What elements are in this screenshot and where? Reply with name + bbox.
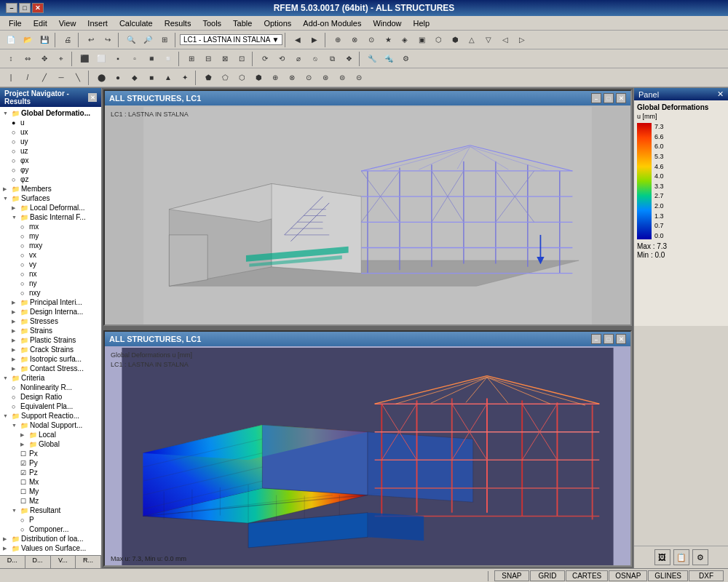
tree-item-31[interactable]: ○Equivalent Pla... [0, 402, 101, 411]
t68[interactable]: ⊛ [317, 71, 333, 85]
save-btn[interactable]: 💾 [36, 33, 52, 47]
panel-close-btn[interactable]: ✕ [717, 89, 724, 99]
t29[interactable]: ◾ [143, 52, 159, 66]
zoom-in-btn[interactable]: 🔍 [123, 33, 139, 47]
tb17[interactable]: △ [464, 33, 480, 47]
tree-item-21[interactable]: ▶📁Design Interna... [0, 307, 101, 316]
tree-item-16[interactable]: ○vy [0, 260, 101, 269]
tree-item-12[interactable]: ○mx [0, 222, 101, 231]
tb15[interactable]: ⬡ [430, 33, 446, 47]
tree-item-39[interactable]: ☐Mx [0, 477, 101, 487]
status-btn-snap[interactable]: SNAP [494, 570, 529, 581]
status-btn-dxf[interactable]: DXF [689, 570, 724, 581]
tb12[interactable]: ★ [380, 33, 396, 47]
t39[interactable]: ⧉ [324, 52, 340, 66]
tree-item-7[interactable]: ○φz [0, 175, 101, 184]
tb16[interactable]: ⬢ [447, 33, 463, 47]
tree-item-3[interactable]: ○uy [0, 137, 101, 146]
status-btn-glines[interactable]: GLINES [648, 570, 688, 581]
tree-item-10[interactable]: ▶📁Local Deformal... [0, 203, 101, 212]
t59[interactable]: ▲ [160, 71, 176, 85]
t38[interactable]: ⍉ [307, 52, 323, 66]
t23[interactable]: ✥ [36, 52, 52, 66]
t56[interactable]: ● [110, 71, 126, 85]
tree-item-34[interactable]: ▶📁Local [0, 430, 101, 439]
t61[interactable]: ⬟ [200, 71, 216, 85]
tree-item-0[interactable]: ▼📁Global Deformatio... [0, 108, 101, 118]
minimize-button[interactable]: – [6, 3, 17, 13]
nav-close-btn[interactable]: ✕ [88, 93, 97, 102]
t62[interactable]: ⬠ [217, 71, 233, 85]
lc-dropdown[interactable]: LC1 - LASTNA IN STALNA ▼ [180, 34, 282, 45]
menu-item-view[interactable]: View [53, 17, 82, 29]
zoom-all-btn[interactable]: ⊞ [157, 33, 173, 47]
tree-item-11[interactable]: ▼📁Basic Internal F... [0, 212, 101, 222]
t34[interactable]: ⊡ [234, 52, 250, 66]
tree-item-19[interactable]: ○nxy [0, 288, 101, 298]
tree-item-27[interactable]: ▶📁Contact Stress... [0, 364, 101, 373]
tree-item-13[interactable]: ○my [0, 231, 101, 241]
t64[interactable]: ⬢ [250, 71, 266, 85]
t69[interactable]: ⊜ [334, 71, 350, 85]
vp-top-close[interactable]: ✕ [616, 93, 626, 103]
t63[interactable]: ⬡ [234, 71, 250, 85]
print-btn[interactable]: 🖨 [60, 33, 76, 47]
tb19[interactable]: ◁ [497, 33, 513, 47]
undo-btn[interactable]: ↩ [83, 33, 99, 47]
tree-item-24[interactable]: ▶📁Plastic Strains [0, 335, 101, 345]
t26[interactable]: ⬜ [93, 52, 109, 66]
tree-item-37[interactable]: ☑Py [0, 458, 101, 468]
tree-item-18[interactable]: ○ny [0, 279, 101, 288]
t27[interactable]: ▪ [110, 52, 126, 66]
tree-item-43[interactable]: ○P [0, 515, 101, 525]
tree-item-26[interactable]: ▶📁Isotropic surfa... [0, 354, 101, 364]
tb10[interactable]: ⊗ [347, 33, 363, 47]
t37[interactable]: ⌀ [290, 52, 306, 66]
t28[interactable]: ▫ [127, 52, 143, 66]
vp-top-max[interactable]: □ [604, 93, 614, 103]
menu-item-calculate[interactable]: Calculate [114, 17, 159, 29]
tree-item-22[interactable]: ▶📁Stresses [0, 316, 101, 326]
open-btn[interactable]: 📂 [20, 33, 36, 47]
vp-bot-min[interactable]: – [591, 334, 601, 344]
tree-item-40[interactable]: ☐My [0, 487, 101, 496]
tree-item-29[interactable]: ○Nonlinearity R... [0, 383, 101, 392]
tree-item-32[interactable]: ▼📁Support Reactio... [0, 411, 101, 420]
tree-item-30[interactable]: ○Design Ratio [0, 392, 101, 402]
tree-item-33[interactable]: ▼📁Nodal Support... [0, 420, 101, 430]
t54[interactable]: ╲ [70, 71, 86, 85]
tree-item-4[interactable]: ○uz [0, 146, 101, 156]
panel-icon-2[interactable]: 📋 [673, 549, 689, 565]
tree-item-9[interactable]: ▼📁Surfaces [0, 194, 101, 203]
tree-item-38[interactable]: ☑Pz [0, 468, 101, 477]
menu-item-options[interactable]: Options [258, 17, 297, 29]
t57[interactable]: ◆ [127, 71, 143, 85]
tb18[interactable]: ▽ [480, 33, 496, 47]
tree-item-6[interactable]: ○φy [0, 165, 101, 175]
t66[interactable]: ⊗ [284, 71, 300, 85]
tb7[interactable]: ◀ [290, 33, 306, 47]
tree-item-5[interactable]: ○φx [0, 156, 101, 165]
tree-item-45[interactable]: ▶📁Distribution of loa... [0, 534, 101, 543]
tree-item-42[interactable]: ▼📁Resultant [0, 506, 101, 515]
nav-tab-0[interactable]: D... [0, 556, 25, 568]
tb14[interactable]: ▣ [414, 33, 430, 47]
t58[interactable]: ■ [143, 71, 159, 85]
tb9[interactable]: ⊕ [330, 33, 346, 47]
vp-bot-max[interactable]: □ [604, 334, 614, 344]
t42[interactable]: 🔩 [381, 52, 397, 66]
panel-icon-1[interactable]: 🖼 [654, 549, 670, 565]
tree-item-46[interactable]: ▶📁Values on Surface... [0, 543, 101, 553]
tree-item-36[interactable]: ☐Px [0, 449, 101, 458]
status-btn-cartes[interactable]: CARTES [566, 570, 608, 581]
tree-item-44[interactable]: ○Componer... [0, 525, 101, 534]
tree-item-15[interactable]: ○vx [0, 250, 101, 260]
t31[interactable]: ⊞ [183, 52, 199, 66]
t52[interactable]: ╱ [36, 71, 52, 85]
t60[interactable]: ✦ [177, 71, 193, 85]
menu-item-results[interactable]: Results [159, 17, 197, 29]
t70[interactable]: ⊝ [351, 71, 367, 85]
t22[interactable]: ⇔ [20, 52, 36, 66]
viewport-top[interactable]: ALL STRUCTURES, LC1 – □ ✕ LC1 : LASTNA I… [103, 89, 632, 326]
tree-item-2[interactable]: ○ux [0, 127, 101, 137]
